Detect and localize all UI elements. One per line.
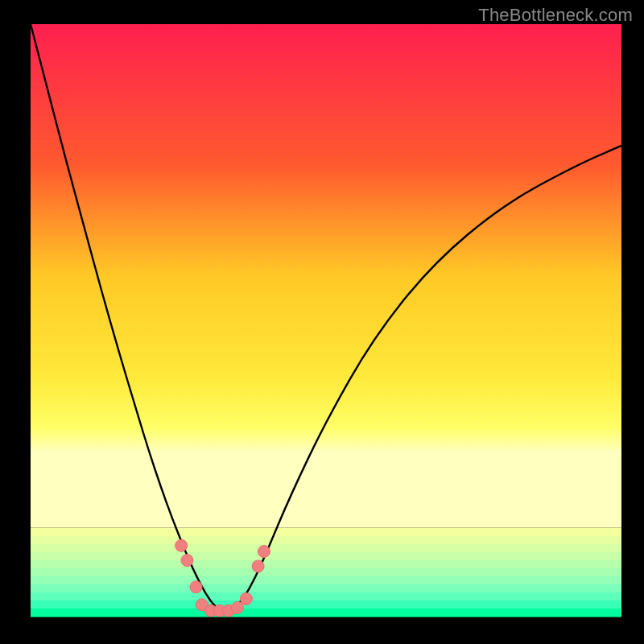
- svg-rect-9: [31, 584, 621, 593]
- marker-dot: [252, 560, 264, 572]
- svg-rect-5: [31, 552, 621, 561]
- marker-dot: [258, 546, 270, 558]
- svg-rect-8: [31, 576, 621, 585]
- svg-rect-3: [31, 536, 621, 545]
- chart-container: TheBottleneck.com: [0, 0, 644, 644]
- bottleneck-chart: [0, 0, 644, 644]
- marker-dot: [175, 539, 188, 551]
- svg-rect-11: [31, 601, 621, 609]
- svg-rect-4: [31, 544, 621, 553]
- marker-dot: [181, 555, 193, 567]
- svg-rect-12: [31, 609, 621, 617]
- marker-dot: [240, 592, 252, 605]
- svg-rect-6: [31, 560, 621, 569]
- chart-background: [31, 24, 621, 617]
- marker-dot: [190, 581, 202, 593]
- svg-rect-1: [31, 24, 621, 528]
- svg-rect-10: [31, 592, 621, 601]
- watermark-text: TheBottleneck.com: [478, 5, 633, 26]
- svg-rect-2: [31, 528, 621, 537]
- svg-rect-7: [31, 568, 621, 577]
- marker-dot: [231, 601, 243, 613]
